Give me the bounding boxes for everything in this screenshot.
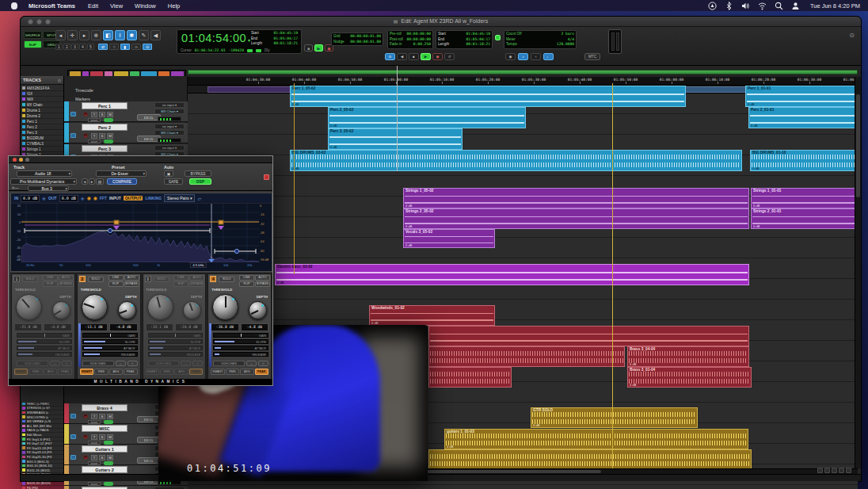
track-view-selector[interactable]: wave xyxy=(88,441,101,445)
band-bypass-button[interactable]: BYPASS xyxy=(189,281,204,287)
audio-clip[interactable] xyxy=(428,449,752,470)
audio-clip[interactable]: Perc 1_05-020 dB xyxy=(290,86,686,107)
apple-menu-icon[interactable] xyxy=(11,2,17,10)
gain-slider[interactable]: GAIN xyxy=(213,333,268,338)
threshold-value[interactable]: -21.0 dB xyxy=(14,323,42,331)
track-list-item[interactable]: /GX xyxy=(21,91,63,97)
track-list-item[interactable]: CYMBALS xyxy=(21,141,63,147)
mode-peak-button[interactable]: PEAK xyxy=(189,369,203,375)
menu-item[interactable]: Help xyxy=(168,2,180,10)
zoom-preset-4[interactable]: 4 xyxy=(79,44,86,50)
lcd-value[interactable]: 0:00.250 xyxy=(413,42,431,48)
track-mute-button[interactable]: M xyxy=(107,112,113,117)
tool-button[interactable]: ✛ xyxy=(67,30,78,40)
band-link-button[interactable]: LINK xyxy=(43,275,58,281)
edit-function-button[interactable]: ≈ xyxy=(109,44,119,50)
edit-function-button[interactable]: ⇄ xyxy=(98,44,108,50)
mode-rms-button[interactable]: RMS xyxy=(94,369,108,375)
plugin-selector[interactable]: Pro Multiband Dynamics▾ xyxy=(10,178,77,185)
plugin-titlebar[interactable] xyxy=(9,156,272,163)
attack-slider[interactable]: ATTACK xyxy=(213,346,268,350)
slope-slider[interactable]: SLOPE xyxy=(82,339,138,344)
track-mute-button[interactable]: M xyxy=(107,133,113,139)
mode-peak-button[interactable]: PEAK xyxy=(124,369,137,375)
menu-item[interactable]: Window xyxy=(135,2,156,10)
tracks-panel-header[interactable]: TRACKS ◎ xyxy=(21,76,63,85)
automation-mode-indicator[interactable] xyxy=(104,461,113,465)
automation-mode-indicator[interactable] xyxy=(104,139,113,143)
release-slider[interactable]: RELEASE xyxy=(213,352,268,357)
nav-button[interactable] xyxy=(839,468,844,473)
zoom-preset-1[interactable]: 1 xyxy=(55,44,63,50)
track-header[interactable]: Perc 1●TSMwaveD3 CLno input ▾MX Chain ▾ xyxy=(64,101,188,122)
band-auto-button[interactable]: AUTO xyxy=(189,275,204,281)
sidechain-bus-selector[interactable]: Bus 3▾ xyxy=(28,185,69,191)
track-view-selector[interactable]: wave xyxy=(88,118,101,122)
track-mute-button[interactable]: M xyxy=(107,414,113,419)
mode-smart-button[interactable]: SMART xyxy=(80,369,93,375)
track-name[interactable]: Guitars 1 xyxy=(82,445,128,453)
out-gain-value[interactable]: 0.0 dB xyxy=(59,195,78,202)
threshold-value[interactable]: -13.1 dB xyxy=(80,323,108,331)
clip-gain-label[interactable]: 0 dB xyxy=(630,383,637,387)
mtc-button[interactable]: MTC xyxy=(584,53,600,60)
out-phase-icon[interactable]: ✛ xyxy=(81,196,85,201)
midi-button[interactable]: ♪ xyxy=(518,53,528,60)
audio-clip[interactable]: Perc 3_05-020 dB xyxy=(328,128,463,150)
transport-button[interactable]: ↺ xyxy=(444,53,455,60)
preset-selector[interactable]: De-Esser▾ xyxy=(96,170,147,177)
clip-gain-label[interactable]: 0 dB xyxy=(405,243,413,247)
active-app-menu[interactable]: Microsoft Teams xyxy=(29,2,75,10)
band-auto-button[interactable]: AUTO xyxy=(59,275,74,281)
track-solo-button[interactable]: S xyxy=(99,455,105,460)
band-flip-button[interactable]: FLIP xyxy=(173,281,188,287)
track-name[interactable]: Perc 1 xyxy=(82,102,128,109)
input-selector[interactable]: no input ▾ xyxy=(154,145,185,151)
mode-button-shuffle[interactable]: SHUFFLE xyxy=(24,31,42,39)
transport-button[interactable]: ▶ xyxy=(421,53,431,60)
mode-peak-button[interactable]: PEAK xyxy=(255,369,268,375)
clip-gain-label[interactable]: 0 dB xyxy=(292,102,299,106)
mode-avg-button[interactable]: AVG xyxy=(109,369,123,375)
output-selector[interactable]: MX Chain ▾ xyxy=(154,109,185,114)
tool-button[interactable]: ✎ xyxy=(139,30,149,40)
output-view-button[interactable]: OUTPUT xyxy=(124,196,143,201)
bypass-button[interactable]: BYPASS xyxy=(185,170,211,177)
track-view-selector[interactable]: wave xyxy=(88,139,101,143)
release-slider[interactable]: RELEASE xyxy=(148,352,204,357)
in-gain-value[interactable]: 0.0 dB xyxy=(21,195,40,202)
track-list-item[interactable]: Strings 1 xyxy=(21,147,63,152)
audio-clip[interactable] xyxy=(428,346,625,367)
plugin-target-button[interactable] xyxy=(264,174,269,180)
freeze-icon[interactable] xyxy=(70,455,76,460)
transport-button[interactable]: ◉ xyxy=(432,53,443,60)
freeze-icon[interactable] xyxy=(70,133,76,138)
control-center-icon[interactable] xyxy=(708,2,718,10)
automation-mode-indicator[interactable] xyxy=(104,420,113,424)
scrollbar-thumb[interactable] xyxy=(856,94,860,197)
mode-smart-button[interactable]: SMART xyxy=(146,369,159,375)
band-bypass-button[interactable]: BYPASS xyxy=(255,281,270,287)
track-selector[interactable]: Audio 18▾ xyxy=(17,170,72,177)
depth-knob[interactable] xyxy=(183,301,201,319)
band-auto-button[interactable]: AUTO xyxy=(255,275,270,281)
audio-clip[interactable]: Perc 1_01-010 dB xyxy=(745,86,856,107)
linking-button[interactable]: LINKING xyxy=(145,196,162,201)
freeze-icon[interactable] xyxy=(70,414,76,418)
in-phase-icon[interactable]: ✛ xyxy=(42,196,46,201)
sidechain-button[interactable]: ○ xyxy=(258,361,268,366)
clip-gain-label[interactable]: 0 dB xyxy=(630,362,637,366)
mode-peak-button[interactable]: PEAK xyxy=(58,369,71,375)
band-solo-button[interactable]: SOLO xyxy=(154,277,169,282)
track-name[interactable]: Perc 2 xyxy=(82,124,128,131)
user-icon[interactable] xyxy=(791,2,801,10)
tool-button[interactable]: ◧ xyxy=(103,30,113,40)
track-mute-button[interactable]: M xyxy=(107,455,113,460)
clip-gain-label[interactable]: 0 dB xyxy=(751,124,758,128)
nav-button[interactable] xyxy=(817,468,823,473)
edit-function-button[interactable]: ∞ xyxy=(131,44,141,50)
volume-icon[interactable] xyxy=(741,2,751,10)
safe-button[interactable]: SAFE xyxy=(164,178,183,185)
edit-function-button[interactable]: ▮ xyxy=(120,44,130,50)
band-bypass-button[interactable]: BYPASS xyxy=(59,281,74,287)
